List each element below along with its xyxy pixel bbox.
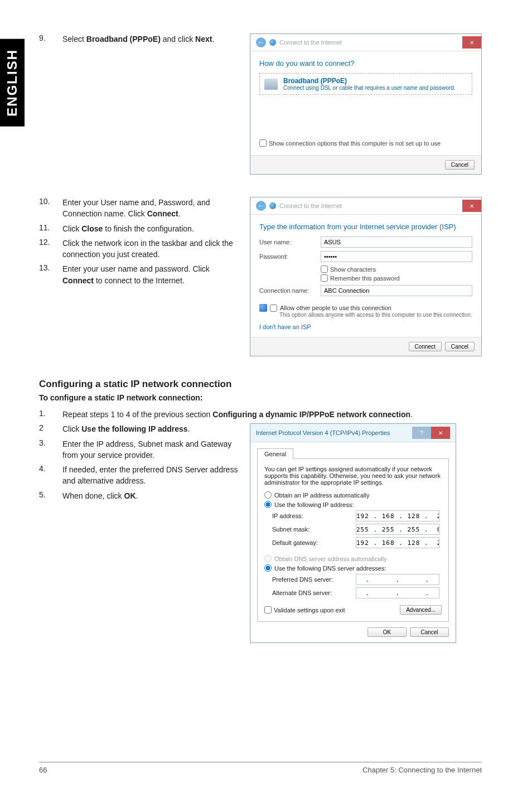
back-icon[interactable]: ← (256, 201, 266, 211)
allow-other-checkbox[interactable] (270, 305, 277, 312)
broadband-option[interactable]: Broadband (PPPoE) Connect using DSL or c… (259, 73, 472, 95)
section-heading: Configuring a static IP network connecti… (39, 379, 482, 390)
remember-password-label: Remember this password (330, 275, 400, 282)
remember-password-checkbox[interactable] (321, 274, 328, 282)
radio-use-ip[interactable] (264, 501, 272, 508)
radio-auto-dns (264, 555, 272, 562)
cancel-button[interactable]: Cancel (445, 160, 475, 170)
close-icon[interactable]: ✕ (431, 427, 450, 439)
password-input[interactable] (321, 251, 472, 262)
subnet-mask-label: Subnet mask: (272, 526, 356, 533)
gateway-input[interactable] (356, 537, 439, 548)
step-b2: 2 Click Use the following IP address. (39, 423, 240, 434)
shield-icon (259, 304, 267, 312)
show-characters-checkbox[interactable] (321, 265, 328, 273)
ipv4-title: Internet Protocol Version 4 (TCP/IPv4) P… (256, 429, 390, 436)
advanced-button[interactable]: Advanced... (400, 605, 442, 615)
option-description: Connect using DSL or cable that requires… (283, 85, 456, 91)
gateway-label: Default gateway: (272, 539, 356, 546)
step-10: 10. Enter your User name and, Password, … (39, 197, 240, 220)
validate-checkbox[interactable] (264, 606, 272, 613)
ip-address-label: IP address: (272, 513, 356, 519)
pref-dns-label: Preferred DNS server: (272, 576, 356, 583)
no-isp-link[interactable]: I don't have an ISP (259, 323, 311, 330)
tab-general[interactable]: General (257, 448, 293, 459)
connect-dialog-2: ← Connect to the Internet ✕ Type the inf… (250, 197, 482, 356)
dialog-title: Connect to the Internet (279, 202, 342, 209)
globe-icon (269, 39, 276, 46)
alt-dns-label: Alternate DNS server: (272, 590, 356, 596)
show-characters-label: Show characters (330, 266, 376, 273)
close-icon[interactable]: ✕ (462, 36, 481, 49)
step-9: 9. Select Broadband (PPPoE) and click Ne… (39, 33, 240, 45)
username-row: User name: (259, 236, 472, 248)
cancel-button[interactable]: Cancel (410, 627, 449, 637)
step-b5: 5. When done, click OK. (39, 490, 240, 501)
ipv4-properties-dialog: Internet Protocol Version 4 (TCP/IPv4) P… (250, 423, 456, 643)
allow-other-label: Allow other people to use this connectio… (280, 305, 391, 311)
page-footer: 66 Chapter 5: Connecting to the Internet (39, 762, 482, 774)
radio-auto-ip-label: Obtain an IP address automatically (274, 492, 369, 499)
connection-name-label: Connection name: (259, 287, 321, 294)
connection-name-row: Connection name: (259, 285, 472, 296)
page-number: 66 (39, 766, 47, 774)
dialog-title: Connect to the Internet (279, 39, 342, 46)
globe-icon (269, 202, 276, 209)
radio-use-ip-label: Use the following IP address: (274, 501, 354, 508)
password-row: Password: (259, 251, 472, 262)
cancel-button[interactable]: Cancel (445, 342, 475, 351)
step-12: 12. Click the network icon in the taskba… (39, 238, 240, 260)
ipv4-intro: You can get IP settings assigned automat… (264, 466, 442, 486)
show-options-label: Show connection options that this comput… (269, 140, 441, 147)
subnet-mask-input[interactable] (356, 524, 439, 535)
step-text: Select Broadband (PPPoE) and click Next. (62, 33, 240, 45)
radio-auto-ip[interactable] (264, 491, 272, 499)
alt-dns-input[interactable] (356, 587, 439, 598)
validate-label: Validate settings upon exit (274, 607, 345, 613)
connect-dialog-1: ← Connect to the Internet ✕ How do you w… (250, 33, 482, 175)
radio-use-dns[interactable] (264, 564, 272, 572)
radio-use-dns-label: Use the following DNS server addresses: (274, 565, 386, 572)
dialog-heading: Type the information from your Internet … (259, 223, 472, 231)
step-b1: 1. Repeat steps 1 to 4 of the previous s… (39, 409, 482, 420)
radio-auto-dns-label: Obtain DNS server address automatically (274, 555, 387, 562)
step-13: 13. Enter your user name and password. C… (39, 263, 240, 286)
step-b3: 3. Enter the IP address, Subnet mask and… (39, 438, 240, 461)
connect-button[interactable]: Connect (409, 342, 442, 351)
show-options-checkbox[interactable] (259, 139, 267, 147)
back-icon[interactable]: ← (256, 37, 266, 47)
chapter-label: Chapter 5: Connecting to the Internet (362, 766, 482, 774)
password-label: Password: (259, 253, 321, 260)
step-number: 9. (39, 33, 62, 45)
modem-icon (264, 79, 278, 90)
section-subheading: To configure a static IP network connect… (39, 393, 482, 402)
username-label: User name: (259, 239, 321, 245)
close-icon[interactable]: ✕ (462, 200, 481, 212)
ip-address-input[interactable] (356, 510, 439, 521)
allow-other-desc: This option allows anyone with access to… (279, 312, 472, 318)
pref-dns-input[interactable] (356, 574, 439, 585)
help-icon[interactable]: ? (412, 427, 431, 439)
connection-name-input[interactable] (321, 285, 472, 296)
username-input[interactable] (321, 236, 472, 248)
step-b4: 4. If needed, enter the preferred DNS Se… (39, 464, 240, 487)
option-title: Broadband (PPPoE) (283, 77, 456, 85)
ok-button[interactable]: OK (367, 627, 407, 637)
step-11: 11. Click Close to finish the configurat… (39, 223, 240, 234)
dialog-heading: How do you want to connect? (259, 59, 472, 67)
